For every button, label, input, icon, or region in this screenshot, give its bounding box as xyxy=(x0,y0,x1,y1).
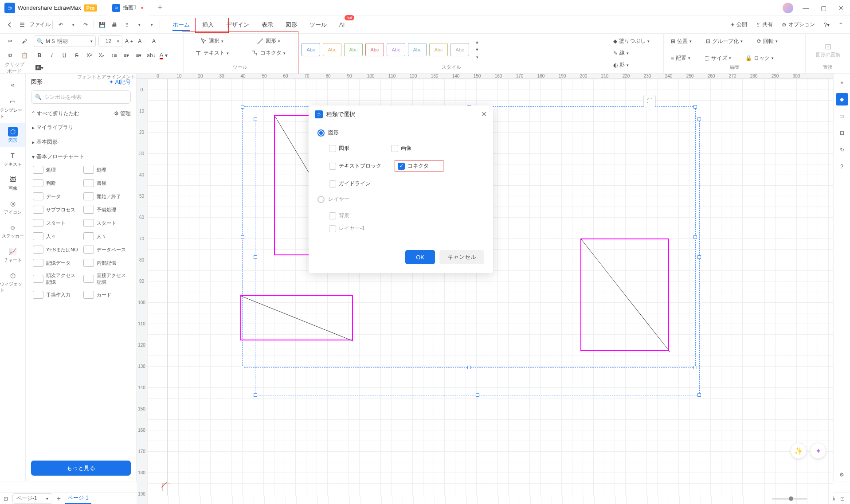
copy-button[interactable]: ⧉ xyxy=(4,50,16,61)
line-spacing-button[interactable]: ↕≡ xyxy=(108,50,120,61)
increase-font-button[interactable]: A+ xyxy=(123,35,135,47)
canvas[interactable]: ⛶ ⊃ 種類で選択 ✕ 図形 図形 xyxy=(147,79,833,504)
leftbar-stickers[interactable]: ☺ステッカー xyxy=(0,219,25,243)
ai-wand-button[interactable]: ✨ xyxy=(791,443,807,459)
strike-button[interactable]: S xyxy=(71,50,82,61)
shape-item[interactable]: 内部記憶 xyxy=(82,257,130,269)
leftbar-shapes[interactable]: ⬡図形 xyxy=(0,123,25,147)
cancel-button[interactable]: キャンセル xyxy=(439,250,484,264)
shape-item[interactable]: データ xyxy=(32,191,80,202)
shape-item[interactable]: 開始／終了 xyxy=(82,191,130,202)
text-direction-button[interactable]: ab↓ xyxy=(145,50,157,61)
save-button[interactable]: 💾 xyxy=(96,19,108,31)
fill-button[interactable]: ◆塗りつぶし▾ xyxy=(611,35,652,47)
position-button[interactable]: ⊞位置▾ xyxy=(668,36,694,47)
ai-star-button[interactable]: ✦ xyxy=(810,443,826,459)
fit-view-button[interactable]: ⛶ xyxy=(643,95,656,107)
minimize-button[interactable]: — xyxy=(797,0,815,16)
cat-flowchart[interactable]: ▾ 基本フローチャート xyxy=(26,149,136,164)
bullet-list-button[interactable]: ≡▾ xyxy=(121,50,132,61)
style-preset-1[interactable]: Abc xyxy=(302,43,320,56)
menu-icon[interactable] xyxy=(16,19,28,31)
shape-search-input[interactable]: 🔍 シンボルを検索 xyxy=(31,90,131,104)
new-tab-button[interactable]: + xyxy=(157,3,162,12)
help-button[interactable]: ?▾ xyxy=(820,19,833,31)
page-tab-1[interactable]: ページ-1 xyxy=(65,493,91,504)
cat-mylibrary[interactable]: ▸ マイライブラリ xyxy=(26,120,136,135)
shape-item[interactable]: 処理 xyxy=(82,164,130,176)
back-button[interactable] xyxy=(4,19,16,31)
shape-item[interactable]: 手操作入力 xyxy=(32,289,80,301)
shape-item[interactable]: 処理 xyxy=(32,164,80,176)
rightbar-theme[interactable]: ◆ xyxy=(836,93,848,105)
font-color-button[interactable]: A▾ xyxy=(158,50,169,61)
rightbar-settings[interactable]: ⚙ xyxy=(836,469,848,481)
leftbar-text[interactable]: Tテキスト xyxy=(0,147,25,171)
undo-button[interactable]: ↶ xyxy=(55,19,67,31)
italic-button[interactable]: I xyxy=(46,50,58,61)
font-family-combo[interactable]: 🔍ＭＳ 明朝▾ xyxy=(34,35,96,47)
shape-item[interactable]: 人々 xyxy=(82,231,130,242)
maximize-button[interactable]: ▢ xyxy=(815,0,832,16)
style-preset-5[interactable]: Abc xyxy=(387,43,405,56)
chk-image[interactable]: 画像 xyxy=(391,145,440,152)
highlight-button[interactable]: 🅰▾ xyxy=(34,62,45,74)
user-avatar-icon[interactable] xyxy=(783,3,793,13)
shape-item[interactable]: カード xyxy=(82,289,130,301)
rightbar-properties[interactable]: ▭ xyxy=(836,110,848,122)
menu-tools[interactable]: ツール xyxy=(303,16,333,34)
group-button[interactable]: ⊡グループ化▾ xyxy=(703,36,745,47)
document-tab[interactable]: ⊃ 描画1 • xyxy=(106,0,149,16)
style-preset-8[interactable]: Abc xyxy=(450,43,469,56)
size-button[interactable]: ⬚サイズ▾ xyxy=(702,53,734,64)
text-tool-button[interactable]: テキスト▾ xyxy=(188,47,236,59)
rightbar-help[interactable]: ? xyxy=(836,160,848,173)
font-size-combo[interactable]: 12▾ xyxy=(98,35,122,47)
styles-scroll-up[interactable]: ▲ xyxy=(474,39,481,46)
rightbar-history[interactable]: ↻ xyxy=(836,144,848,156)
format-painter-button[interactable]: 🖌 xyxy=(19,35,30,47)
file-menu[interactable]: ファイル xyxy=(29,21,51,28)
line-style-button[interactable]: ✎線▾ xyxy=(611,47,631,59)
leftbar-widgets[interactable]: ◷ウィジェット xyxy=(0,267,25,297)
shape-rect-2[interactable] xyxy=(240,295,353,340)
ok-button[interactable]: OK xyxy=(405,250,435,264)
menu-design[interactable]: デザイン xyxy=(220,16,255,34)
undo-dropdown[interactable]: ▾ xyxy=(67,19,79,31)
bold-button[interactable]: B xyxy=(34,50,45,61)
subscript-button[interactable]: X₂ xyxy=(96,50,107,61)
shape-item[interactable]: 判断 xyxy=(32,177,80,189)
font-reset-button[interactable]: A xyxy=(148,35,160,47)
shape-item[interactable]: サブプロセス xyxy=(32,204,80,215)
menu-home[interactable]: ホーム xyxy=(166,16,196,34)
shape-rect-3[interactable] xyxy=(580,238,669,351)
select-tool-button[interactable]: 選択▾ xyxy=(188,35,236,47)
add-page-button[interactable]: + xyxy=(57,495,61,503)
leftbar-collapse[interactable]: « xyxy=(0,76,25,93)
share-button[interactable]: ⇪共有 xyxy=(752,19,776,31)
dialog-close-button[interactable]: ✕ xyxy=(481,110,487,118)
underline-button[interactable]: U xyxy=(59,50,70,61)
chk-connector[interactable]: ✓コネクタ xyxy=(395,160,443,172)
decrease-font-button[interactable]: A- xyxy=(136,35,147,47)
collapse-ribbon-button[interactable]: ⌃ xyxy=(835,19,846,31)
menu-ai[interactable]: AIhot xyxy=(333,16,351,34)
style-preset-2[interactable]: Abc xyxy=(323,43,341,56)
sb-page-icon[interactable]: ⊡ xyxy=(4,496,8,502)
shape-item[interactable]: 記憶データ xyxy=(32,257,80,269)
rightbar-expand[interactable]: » xyxy=(836,76,848,89)
export-button[interactable]: ⇪ xyxy=(121,19,133,31)
color-nofill[interactable] xyxy=(162,483,170,491)
radio-layer[interactable] xyxy=(317,196,325,203)
style-preset-7[interactable]: Abc xyxy=(429,43,448,56)
shape-tool-button[interactable]: 図形▾ xyxy=(245,35,293,47)
lock-button[interactable]: 🔒ロック▾ xyxy=(743,53,776,64)
radio-shape[interactable] xyxy=(317,129,325,137)
style-preset-6[interactable]: Abc xyxy=(408,43,427,56)
shape-item[interactable]: 人々 xyxy=(32,231,80,242)
more-shapes-button[interactable]: もっと見る xyxy=(31,461,131,476)
styles-scroll-down[interactable]: ▼ xyxy=(474,46,481,53)
shape-item[interactable]: 予備処理 xyxy=(82,204,130,215)
menu-insert[interactable]: 挿入 xyxy=(196,16,220,34)
chk-shape[interactable]: 図形 xyxy=(329,145,378,152)
